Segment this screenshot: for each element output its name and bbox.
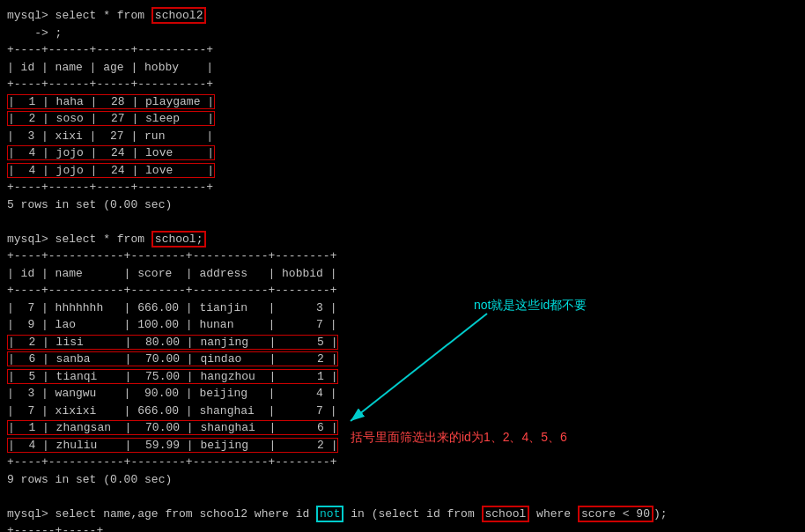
- annotation-bracket-ids: 括号里面筛选出来的id为1、2、4、5、6: [351, 430, 567, 446]
- table-name-school2: school2: [151, 7, 207, 24]
- section3-prompt: mysql> select name,age from school2 wher…: [7, 506, 798, 523]
- section1-row5: | 4 | jojo | 24 | love |: [7, 162, 798, 180]
- section2-row6: | 3 | wangwu | 90.00 | beijing | 4 |: [7, 385, 798, 403]
- section1-continuation: -> ;: [7, 25, 798, 42]
- section1-row3: | 3 | xixi | 27 | run |: [7, 128, 798, 145]
- section2-row2: | 9 | lao | 100.00 | hunan | 7 |: [7, 316, 798, 334]
- blank2: [7, 488, 798, 506]
- section2-footer: 9 rows in set (0.00 sec): [7, 471, 798, 489]
- terminal-wrapper: mysql> select * from school2 -> ; +----+…: [7, 7, 798, 532]
- section2-sep3: +----+-----------+--------+-----------+-…: [7, 454, 798, 471]
- table-name-school: school;: [151, 231, 207, 248]
- section1-sep3: +----+------+-----+----------+: [7, 179, 798, 196]
- section1-sep2: +----+------+-----+----------+: [7, 76, 798, 93]
- section2-header: | id | name | score | address | hobbid |: [7, 265, 798, 283]
- not-keyword: not: [316, 506, 343, 522]
- section2-prompt: mysql> select * from school;: [7, 231, 798, 248]
- section3-sep1: +------+-----+: [7, 522, 798, 532]
- section2-row1: | 7 | hhhhhhh | 666.00 | tianjin | 3 |: [7, 299, 798, 317]
- section2-row4: | 6 | sanba | 70.00 | qindao | 2 |: [7, 351, 798, 368]
- section1-footer: 5 rows in set (0.00 sec): [7, 196, 798, 214]
- section2-row3: | 2 | lisi | 80.00 | nanjing | 5 |: [7, 334, 798, 351]
- section1-prompt: mysql> select * from school2: [7, 7, 798, 25]
- blank1: [7, 213, 798, 231]
- section2-row5: | 5 | tianqi | 75.00 | hangzhou | 1 |: [7, 368, 798, 386]
- section1-row2: | 2 | soso | 27 | sleep |: [7, 110, 798, 128]
- annotation-not-ids: not就是这些id都不要: [474, 298, 587, 314]
- section2-sep1: +----+-----------+--------+-----------+-…: [7, 248, 798, 265]
- section1-sep1: +----+------+-----+----------+: [7, 41, 798, 59]
- score-condition: score < 90: [578, 506, 654, 522]
- section1-row1: | 1 | haha | 28 | playgame |: [7, 93, 798, 111]
- terminal-content: mysql> select * from school2 -> ; +----+…: [7, 7, 798, 532]
- section1-row4: | 4 | jojo | 24 | love |: [7, 144, 798, 162]
- section2-sep2: +----+-----------+--------+-----------+-…: [7, 282, 798, 299]
- section1-header: | id | name | age | hobby |: [7, 59, 798, 77]
- school-keyword: school: [482, 506, 530, 522]
- section2-row7: | 7 | xixixi | 666.00 | shanghai | 7 |: [7, 403, 798, 420]
